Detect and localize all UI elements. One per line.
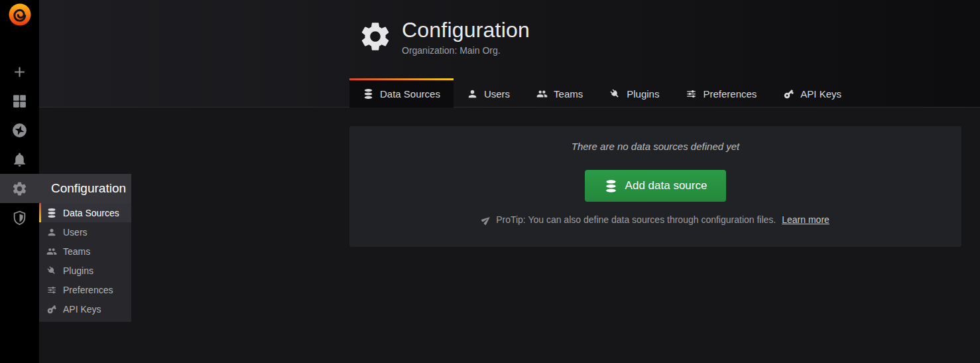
flyout-item-api-keys[interactable]: API Keys — [39, 299, 131, 319]
flyout-item-plugins[interactable]: Plugins — [39, 261, 131, 280]
tab-label: Users — [484, 88, 510, 100]
page-title: Configuration — [402, 19, 530, 42]
database-icon — [46, 208, 57, 218]
rocket-icon — [481, 215, 491, 225]
empty-state-panel: There are no data sources defined yet Ad… — [349, 126, 961, 247]
add-button-label: Add data source — [625, 179, 707, 192]
tab-label: API Keys — [800, 88, 841, 100]
flyout-item-users[interactable]: Users — [39, 222, 131, 242]
tab-teams[interactable]: Teams — [523, 80, 596, 107]
sidebar-item-server-admin[interactable] — [0, 203, 39, 232]
tab-api-keys[interactable]: API Keys — [770, 80, 855, 107]
sliders-icon — [686, 88, 697, 100]
flyout-title: Configuration — [39, 174, 131, 203]
grafana-logo[interactable] — [0, 0, 39, 29]
key-icon — [46, 304, 57, 315]
flyout-item-label: Teams — [63, 246, 90, 257]
tab-label: Plugins — [627, 88, 659, 100]
users-icon — [46, 246, 57, 257]
sidebar-nav — [0, 57, 39, 232]
tab-preferences[interactable]: Preferences — [672, 80, 770, 107]
page-header: Configuration Organization: Main Org. Da… — [39, 0, 980, 108]
flyout-item-label: API Keys — [63, 304, 101, 315]
flyout-menu: Data SourcesUsersTeamsPluginsPreferences… — [39, 203, 131, 319]
plug-icon — [46, 265, 57, 276]
sidebar-item-explore[interactable] — [0, 115, 39, 145]
tab-label: Data Sources — [380, 88, 440, 100]
tab-label: Preferences — [703, 88, 757, 100]
sidebar-item-dashboards[interactable] — [0, 86, 39, 115]
flyout-item-data-sources[interactable]: Data Sources — [39, 203, 131, 222]
plus-icon — [11, 64, 28, 80]
dashboards-icon — [11, 93, 28, 109]
empty-message: There are no data sources defined yet — [572, 141, 740, 152]
tab-label: Teams — [554, 88, 583, 100]
add-data-source-button[interactable]: Add data source — [585, 170, 727, 202]
sidebar — [0, 0, 39, 363]
page-subtitle: Organization: Main Org. — [402, 45, 530, 56]
key-icon — [783, 88, 794, 100]
sliders-icon — [46, 285, 57, 295]
sidebar-item-alerting[interactable] — [0, 145, 39, 174]
tab-users[interactable]: Users — [454, 80, 523, 107]
tab-plugins[interactable]: Plugins — [596, 80, 672, 107]
gear-icon — [358, 19, 393, 54]
flyout-item-label: Preferences — [63, 285, 113, 295]
tab-bar: Data SourcesUsersTeamsPluginsPreferences… — [349, 78, 855, 107]
sidebar-item-configuration[interactable] — [0, 174, 39, 203]
shield-icon — [11, 210, 28, 226]
users-icon — [536, 88, 548, 100]
bell-icon — [11, 151, 28, 168]
configuration-flyout: Configuration Data SourcesUsersTeamsPlug… — [39, 174, 131, 322]
compass-icon — [11, 122, 28, 139]
flyout-item-teams[interactable]: Teams — [39, 242, 131, 261]
flyout-item-label: Plugins — [63, 265, 93, 276]
gear-icon — [11, 181, 28, 197]
protip: ProTip: You can also define data sources… — [481, 214, 829, 225]
flyout-item-label: Data Sources — [63, 208, 119, 218]
flyout-item-label: Users — [63, 227, 88, 238]
page-body: There are no data sources defined yet Ad… — [39, 108, 980, 363]
learn-more-link[interactable]: Learn more — [782, 214, 829, 225]
plug-icon — [609, 88, 621, 100]
database-icon — [363, 88, 374, 100]
tab-data-sources[interactable]: Data Sources — [349, 78, 454, 108]
flyout-item-preferences[interactable]: Preferences — [39, 280, 131, 299]
protip-text: ProTip: You can also define data sources… — [496, 214, 776, 225]
user-icon — [467, 88, 478, 100]
sidebar-item-create[interactable] — [0, 57, 39, 86]
user-icon — [46, 227, 57, 238]
main-area: Configuration Organization: Main Org. Da… — [39, 0, 980, 363]
database-icon — [604, 179, 618, 193]
